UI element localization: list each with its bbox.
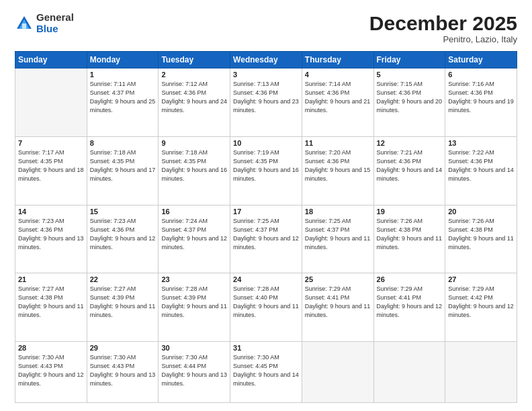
- day-info: Sunrise: 7:29 AMSunset: 4:41 PMDaylight:…: [305, 285, 371, 320]
- day-number: 21: [18, 275, 84, 283]
- day-info: Sunrise: 7:29 AMSunset: 4:42 PMDaylight:…: [448, 285, 514, 320]
- table-row: 31Sunrise: 7:30 AMSunset: 4:45 PMDayligh…: [230, 342, 302, 403]
- day-info: Sunrise: 7:12 AMSunset: 4:36 PMDaylight:…: [161, 80, 227, 115]
- table-row: 4Sunrise: 7:14 AMSunset: 4:36 PMDaylight…: [302, 68, 373, 137]
- calendar-header-row: Sunday Monday Tuesday Wednesday Thursday…: [15, 52, 517, 68]
- day-number: 11: [305, 139, 371, 147]
- day-number: 26: [377, 275, 443, 283]
- day-number: 27: [448, 275, 514, 283]
- day-info: Sunrise: 7:28 AMSunset: 4:40 PMDaylight:…: [233, 285, 299, 320]
- table-row: 13Sunrise: 7:22 AMSunset: 4:36 PMDayligh…: [445, 136, 517, 205]
- day-info: Sunrise: 7:19 AMSunset: 4:35 PMDaylight:…: [233, 148, 299, 183]
- table-row: 9Sunrise: 7:18 AMSunset: 4:35 PMDaylight…: [159, 136, 230, 205]
- calendar-week-row: 1Sunrise: 7:11 AMSunset: 4:37 PMDaylight…: [15, 68, 517, 137]
- day-number: 17: [233, 208, 299, 216]
- table-row: [15, 68, 87, 137]
- col-friday: Friday: [373, 52, 445, 68]
- day-info: Sunrise: 7:30 AMSunset: 4:43 PMDaylight:…: [90, 353, 156, 388]
- table-row: 10Sunrise: 7:19 AMSunset: 4:35 PMDayligh…: [230, 136, 302, 205]
- day-number: 4: [305, 71, 371, 79]
- day-info: Sunrise: 7:26 AMSunset: 4:38 PMDaylight:…: [448, 217, 514, 252]
- day-number: 29: [90, 344, 156, 352]
- calendar-week-row: 7Sunrise: 7:17 AMSunset: 4:35 PMDaylight…: [15, 136, 517, 205]
- day-info: Sunrise: 7:23 AMSunset: 4:36 PMDaylight:…: [90, 217, 156, 252]
- logo-general: General: [36, 11, 74, 23]
- day-number: 3: [233, 71, 299, 79]
- logo-text: General Blue: [36, 12, 74, 34]
- table-row: 28Sunrise: 7:30 AMSunset: 4:43 PMDayligh…: [15, 342, 87, 403]
- table-row: 18Sunrise: 7:25 AMSunset: 4:37 PMDayligh…: [302, 205, 373, 273]
- col-monday: Monday: [87, 52, 159, 68]
- day-number: 2: [161, 71, 227, 79]
- calendar-table: Sunday Monday Tuesday Wednesday Thursday…: [15, 51, 517, 403]
- day-info: Sunrise: 7:20 AMSunset: 4:36 PMDaylight:…: [305, 148, 371, 183]
- location: Penitro, Lazio, Italy: [369, 34, 517, 44]
- day-info: Sunrise: 7:30 AMSunset: 4:45 PMDaylight:…: [233, 353, 299, 388]
- day-info: Sunrise: 7:24 AMSunset: 4:37 PMDaylight:…: [161, 217, 227, 252]
- table-row: 15Sunrise: 7:23 AMSunset: 4:36 PMDayligh…: [87, 205, 159, 273]
- table-row: [445, 342, 517, 403]
- day-number: 25: [305, 275, 371, 283]
- table-row: 22Sunrise: 7:27 AMSunset: 4:39 PMDayligh…: [87, 273, 159, 342]
- day-number: 18: [305, 208, 371, 216]
- table-row: 21Sunrise: 7:27 AMSunset: 4:38 PMDayligh…: [15, 273, 87, 342]
- table-row: 17Sunrise: 7:25 AMSunset: 4:37 PMDayligh…: [230, 205, 302, 273]
- day-number: 19: [377, 208, 443, 216]
- day-info: Sunrise: 7:18 AMSunset: 4:35 PMDaylight:…: [90, 148, 156, 183]
- table-row: 19Sunrise: 7:26 AMSunset: 4:38 PMDayligh…: [373, 205, 445, 273]
- table-row: [373, 342, 445, 403]
- day-number: 20: [448, 208, 514, 216]
- table-row: 14Sunrise: 7:23 AMSunset: 4:36 PMDayligh…: [15, 205, 87, 273]
- day-number: 23: [161, 275, 227, 283]
- header: General Blue December 2025 Penitro, Lazi…: [15, 12, 517, 44]
- table-row: 16Sunrise: 7:24 AMSunset: 4:37 PMDayligh…: [159, 205, 230, 273]
- day-info: Sunrise: 7:30 AMSunset: 4:44 PMDaylight:…: [161, 353, 227, 388]
- col-sunday: Sunday: [15, 52, 87, 68]
- table-row: 8Sunrise: 7:18 AMSunset: 4:35 PMDaylight…: [87, 136, 159, 205]
- day-info: Sunrise: 7:15 AMSunset: 4:36 PMDaylight:…: [377, 80, 443, 115]
- logo: General Blue: [15, 12, 74, 34]
- day-number: 12: [377, 139, 443, 147]
- day-number: 6: [448, 71, 514, 79]
- day-number: 31: [233, 344, 299, 352]
- day-info: Sunrise: 7:13 AMSunset: 4:36 PMDaylight:…: [233, 80, 299, 115]
- month-title: December 2025: [369, 12, 517, 34]
- day-info: Sunrise: 7:21 AMSunset: 4:36 PMDaylight:…: [377, 148, 443, 183]
- table-row: 11Sunrise: 7:20 AMSunset: 4:36 PMDayligh…: [302, 136, 373, 205]
- day-info: Sunrise: 7:25 AMSunset: 4:37 PMDaylight:…: [305, 217, 371, 252]
- day-info: Sunrise: 7:11 AMSunset: 4:37 PMDaylight:…: [90, 80, 156, 115]
- page: General Blue December 2025 Penitro, Lazi…: [0, 0, 532, 411]
- day-number: 13: [448, 139, 514, 147]
- day-info: Sunrise: 7:22 AMSunset: 4:36 PMDaylight:…: [448, 148, 514, 183]
- day-number: 9: [161, 139, 227, 147]
- table-row: 6Sunrise: 7:16 AMSunset: 4:36 PMDaylight…: [445, 68, 517, 137]
- logo-blue: Blue: [36, 23, 58, 34]
- calendar-week-row: 28Sunrise: 7:30 AMSunset: 4:43 PMDayligh…: [15, 342, 517, 403]
- calendar-week-row: 21Sunrise: 7:27 AMSunset: 4:38 PMDayligh…: [15, 273, 517, 342]
- day-info: Sunrise: 7:23 AMSunset: 4:36 PMDaylight:…: [18, 217, 84, 252]
- day-number: 10: [233, 139, 299, 147]
- day-info: Sunrise: 7:18 AMSunset: 4:35 PMDaylight:…: [161, 148, 227, 183]
- day-number: 16: [161, 208, 227, 216]
- table-row: 26Sunrise: 7:29 AMSunset: 4:41 PMDayligh…: [373, 273, 445, 342]
- day-info: Sunrise: 7:26 AMSunset: 4:38 PMDaylight:…: [377, 217, 443, 252]
- day-number: 28: [18, 344, 84, 352]
- table-row: 24Sunrise: 7:28 AMSunset: 4:40 PMDayligh…: [230, 273, 302, 342]
- day-info: Sunrise: 7:17 AMSunset: 4:35 PMDaylight:…: [18, 148, 84, 183]
- day-info: Sunrise: 7:30 AMSunset: 4:43 PMDaylight:…: [18, 353, 84, 388]
- day-info: Sunrise: 7:27 AMSunset: 4:39 PMDaylight:…: [90, 285, 156, 320]
- day-number: 15: [90, 208, 156, 216]
- table-row: 20Sunrise: 7:26 AMSunset: 4:38 PMDayligh…: [445, 205, 517, 273]
- table-row: [302, 342, 373, 403]
- table-row: 23Sunrise: 7:28 AMSunset: 4:39 PMDayligh…: [159, 273, 230, 342]
- logo-icon: [15, 14, 34, 33]
- table-row: 7Sunrise: 7:17 AMSunset: 4:35 PMDaylight…: [15, 136, 87, 205]
- svg-rect-2: [22, 24, 26, 29]
- col-saturday: Saturday: [445, 52, 517, 68]
- col-thursday: Thursday: [302, 52, 373, 68]
- day-number: 1: [90, 71, 156, 79]
- table-row: 29Sunrise: 7:30 AMSunset: 4:43 PMDayligh…: [87, 342, 159, 403]
- day-info: Sunrise: 7:16 AMSunset: 4:36 PMDaylight:…: [448, 80, 514, 115]
- day-number: 14: [18, 208, 84, 216]
- day-number: 7: [18, 139, 84, 147]
